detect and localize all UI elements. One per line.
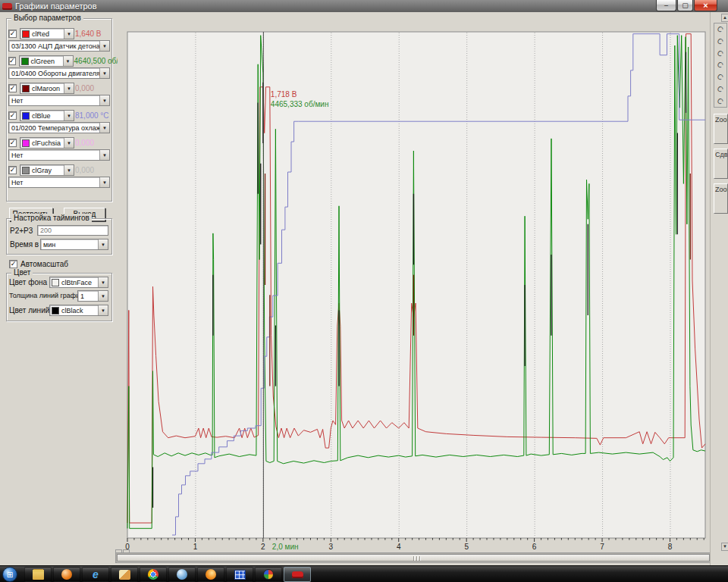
visibility-checkbox[interactable]: ✓ [8,57,16,65]
blue-grid-taskbar-button[interactable] [226,567,253,582]
source-combo-clRed[interactable]: 03/1300 АЦП Датчик детонаци▼ [8,40,110,52]
paint-taskbar-button[interactable] [111,567,138,582]
chevron-down-icon[interactable]: ▼ [98,277,108,287]
x-tick-label: 8 [668,543,673,551]
autoscale-label: Автомасштаб [20,260,68,268]
param-value: 0,000 [75,166,94,174]
chevron-down-icon[interactable]: ▼ [98,239,108,249]
source-combo-clMaroon[interactable]: Нет▼ [8,95,110,106]
line-width-label: Толщина линий график [9,292,83,299]
chevron-down-icon[interactable]: ▼ [99,177,109,187]
autoscale-checkbox[interactable]: ✓ [9,260,17,268]
chevron-down-icon[interactable]: ▼ [99,150,109,160]
visibility-checkbox[interactable]: ✓ [8,30,17,38]
chevron-down-icon[interactable]: ▼ [64,29,74,39]
explorer-folder-taskbar-button[interactable] [24,567,52,582]
color-combo-clBlue[interactable]: clBlue▼ [20,110,74,121]
visibility-checkbox[interactable]: ✓ [8,139,17,147]
internet-explorer-taskbar-button[interactable]: e [82,567,109,582]
color-swatch [22,167,30,174]
parameter-graph[interactable]: 0123456781,718 В4465,333 об/мин2,0 мин [118,15,709,563]
x-tick-label: 6 [532,543,537,551]
scroll-down-arrow-icon[interactable]: ▼ [721,543,728,551]
x-tick-label: 7 [600,543,604,551]
line-width-combo[interactable]: 1 ▼ [77,290,108,302]
param-value: 1,640 В [75,30,101,38]
bg-color-combo[interactable]: clBtnFace ▼ [49,277,108,288]
chevron-down-icon[interactable]: ▼ [99,68,109,78]
visibility-checkbox[interactable]: ✓ [8,111,17,120]
visibility-checkbox[interactable]: ✓ [8,84,17,92]
source-combo-clGray[interactable]: Нет▼ [8,177,110,188]
param-row-clBlue: ✓clBlue▼81,000 °C [8,110,115,121]
plot-frame[interactable] [127,32,705,538]
chevron-down-icon[interactable]: ▼ [99,95,109,105]
arc-glyph-icon: C [716,60,725,70]
minimize-button[interactable]: – [656,0,676,11]
color-combo-clFuchsia[interactable]: clFuchsia▼ [20,137,74,149]
chevron-down-icon[interactable]: ▼ [63,56,73,66]
color-swatch [22,139,30,147]
timings-group-label: Настройка таймингов [11,214,92,222]
sphere-taskbar-button[interactable] [168,567,196,582]
p2p3-input[interactable]: 200 [37,225,108,236]
media-player-taskbar-button[interactable] [53,567,80,582]
params-groupbox: Выбор параметров ✓clRed▼1,640 В03/1300 А… [6,18,112,202]
side-button-2[interactable]: Zoom [714,183,728,214]
visibility-checkbox[interactable]: ✓ [8,166,17,174]
chevron-down-icon[interactable]: ▼ [64,138,74,148]
bg-color-label: Цвет фона [9,278,47,286]
source-combo-clGreen[interactable]: 01/0400 Обороты двигателя▼ [8,67,110,79]
source-combo-clBlue[interactable]: 01/0200 Температура охлаждаю▼ [8,122,110,133]
time-unit-label: Время в [10,240,39,249]
chevron-down-icon[interactable]: ▼ [99,41,109,51]
active-app-taskbar-button[interactable] [284,567,311,582]
color-combo-clGray[interactable]: clGray▼ [20,164,74,176]
arc-glyph-icon: C [716,72,725,82]
color-combo-clRed[interactable]: clRed▼ [20,28,74,39]
time-unit-combo[interactable]: мин ▼ [40,239,108,250]
window-title: Графики параметров [15,2,97,11]
chevron-down-icon[interactable]: ▼ [99,123,109,133]
maximize-button[interactable]: ▢ [677,0,693,11]
close-button[interactable]: × [694,0,717,11]
chevron-down-icon[interactable]: ▼ [98,305,108,315]
scrollbar-thumb[interactable] [117,554,710,562]
chevron-down-icon[interactable]: ▼ [98,291,108,301]
line-width-value: 1 [78,293,98,300]
color-swatch [22,85,30,92]
chart-area[interactable]: 0123456781,718 В4465,333 об/мин2,0 мин [118,15,709,563]
x-tick-label: 4 [397,543,401,551]
chrome-taskbar-button[interactable] [140,567,167,582]
app-car-icon [292,571,303,578]
color-swatch [22,112,30,120]
firefox-taskbar-button[interactable] [197,567,224,582]
source-name: Нет [9,152,99,159]
horizontal-scrollbar[interactable] [115,552,713,563]
arc-glyph-icon: C [716,95,725,105]
color-swatch [21,58,29,65]
time-unit-value: мин [41,241,98,249]
cursor-red-value: 1,718 В [271,90,297,99]
color-combo-clMaroon[interactable]: clMaroon▼ [20,83,74,94]
color-wheel-icon [263,569,274,580]
arc-glyph-icon: C [716,36,725,46]
chevron-down-icon[interactable]: ▼ [64,83,74,93]
side-button-1[interactable]: Сдвиг [714,149,728,179]
color-name: clGray [30,167,64,174]
color-name: clMaroon [30,85,64,92]
chrome-icon [148,569,158,580]
color-combo-clGreen[interactable]: clGreen▼ [19,55,74,67]
chevron-down-icon[interactable]: ▼ [64,111,74,120]
start-button[interactable]: ⊞ [2,567,17,582]
side-button-0[interactable]: Zoom [714,114,728,144]
arc-glyph-icon: C [716,24,725,34]
scroll-up-arrow-icon[interactable]: ▲ [721,14,728,22]
x-tick-label: 2 [261,543,265,551]
color-wheel-taskbar-button[interactable] [255,567,282,582]
source-combo-clFuchsia[interactable]: Нет▼ [8,149,110,161]
chevron-down-icon[interactable]: ▼ [64,165,74,175]
params-group-label: Выбор параметров [11,14,83,22]
line-color-combo[interactable]: clBlack ▼ [49,305,108,316]
timings-groupbox: Настройка таймингов P2+P3 200 Время в ми… [6,218,112,255]
